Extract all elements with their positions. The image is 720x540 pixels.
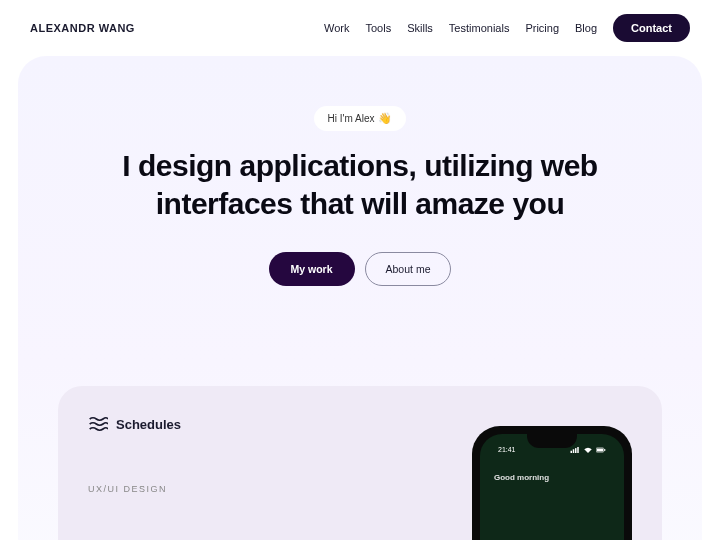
phone-notch bbox=[527, 434, 577, 448]
phone-greeting: Good morning bbox=[494, 473, 612, 482]
nav-links: Work Tools Skills Testimonials Pricing B… bbox=[324, 14, 690, 42]
card-brand: Schedules bbox=[88, 414, 181, 434]
cta-row: My work About me bbox=[58, 252, 662, 286]
phone-mockup: 21:41 Good morning bbox=[472, 426, 632, 540]
svg-rect-5 bbox=[597, 448, 603, 451]
nav-link-skills[interactable]: Skills bbox=[407, 22, 433, 34]
phone-screen: 21:41 Good morning bbox=[480, 434, 624, 540]
project-card-schedules[interactable]: Schedules UX/UI DESIGN 21:41 Good bbox=[58, 386, 662, 540]
status-icons bbox=[570, 446, 606, 453]
hero-section: Hi I'm Alex 👋 I design applications, uti… bbox=[0, 56, 720, 540]
nav-link-blog[interactable]: Blog bbox=[575, 22, 597, 34]
signal-icon bbox=[570, 447, 580, 453]
hero-card: Hi I'm Alex 👋 I design applications, uti… bbox=[18, 56, 702, 540]
contact-button[interactable]: Contact bbox=[613, 14, 690, 42]
svg-rect-3 bbox=[577, 447, 579, 453]
svg-rect-1 bbox=[573, 449, 575, 453]
waves-icon bbox=[88, 414, 108, 434]
my-work-button[interactable]: My work bbox=[269, 252, 355, 286]
intro-text: Hi I'm Alex bbox=[328, 113, 375, 124]
card-tag: UX/UI DESIGN bbox=[88, 484, 181, 494]
nav-link-work[interactable]: Work bbox=[324, 22, 349, 34]
top-nav: ALEXANDR WANG Work Tools Skills Testimon… bbox=[0, 0, 720, 56]
phone-time: 21:41 bbox=[498, 446, 516, 453]
nav-link-pricing[interactable]: Pricing bbox=[525, 22, 559, 34]
svg-rect-0 bbox=[571, 450, 573, 452]
wave-emoji-icon: 👋 bbox=[378, 112, 392, 125]
logo[interactable]: ALEXANDR WANG bbox=[30, 22, 135, 34]
nav-link-tools[interactable]: Tools bbox=[366, 22, 392, 34]
battery-icon bbox=[596, 447, 606, 453]
intro-pill: Hi I'm Alex 👋 bbox=[314, 106, 407, 131]
card-brand-name: Schedules bbox=[116, 417, 181, 432]
nav-link-testimonials[interactable]: Testimonials bbox=[449, 22, 510, 34]
hero-headline: I design applications, utilizing web int… bbox=[58, 147, 662, 222]
card-left: Schedules UX/UI DESIGN bbox=[88, 414, 181, 540]
svg-rect-6 bbox=[604, 448, 605, 450]
about-me-button[interactable]: About me bbox=[365, 252, 452, 286]
svg-rect-2 bbox=[575, 448, 577, 453]
wifi-icon bbox=[583, 447, 593, 453]
